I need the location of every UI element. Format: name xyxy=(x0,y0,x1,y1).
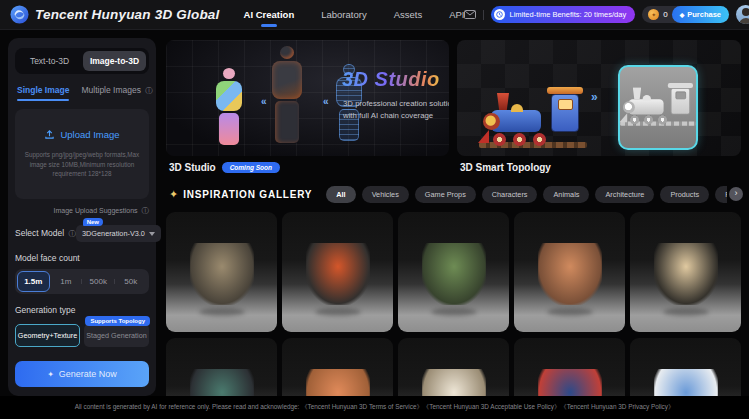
nav-api[interactable]: API xyxy=(449,0,464,30)
filter-animals[interactable]: Animals xyxy=(543,186,589,203)
sparkles-icon: ✦ xyxy=(169,188,178,201)
benefits-pill[interactable]: Limited-time Benefits: 20 times/day xyxy=(491,6,635,23)
tab-image-to-3d[interactable]: Image-to-3D xyxy=(83,51,146,71)
topology-preview-box xyxy=(618,65,698,150)
filter-game-props[interactable]: Game Props xyxy=(415,186,476,203)
diamond-icon: ◆ xyxy=(680,11,685,18)
filter-characters[interactable]: Characters xyxy=(482,186,538,203)
generation-type-options: Supports Topology Geometry+Texture Stage… xyxy=(15,324,149,347)
generate-label: Generate Now xyxy=(59,369,117,379)
mail-icon[interactable] xyxy=(464,10,476,19)
gallery-item-green-mech[interactable] xyxy=(398,212,509,332)
filter-vehicles[interactable]: Vehicles xyxy=(362,186,409,203)
suggestions-label: Image Upload Suggestions xyxy=(53,207,137,214)
studio-label: 3D Studio xyxy=(169,162,216,173)
gallery-item-mechanical-crab[interactable] xyxy=(630,212,741,332)
caret-down-icon xyxy=(149,232,155,236)
purchase-label: Purchase xyxy=(687,10,721,19)
coming-soon-badge: Coming Soon xyxy=(222,162,280,173)
select-model-label: Select Model ⓘ xyxy=(15,228,76,239)
generate-now-button[interactable]: ✦ Generate Now xyxy=(15,361,149,387)
promo-labels: 3D Studio Coming Soon 3D Smart Topology xyxy=(166,162,741,173)
model-thumbnail xyxy=(190,243,254,305)
top-bar: Tencent Hunyuan 3D Global AI Creation La… xyxy=(0,0,749,30)
upload-cta: Upload Image xyxy=(44,129,119,140)
generation-type-label: Generation type xyxy=(15,305,149,315)
filter-architecture[interactable]: Architecture xyxy=(595,186,654,203)
coin-icon: ✦ xyxy=(648,9,659,20)
sparkle-icon: ✦ xyxy=(47,370,54,379)
purchase-button[interactable]: ◆ Purchase xyxy=(672,6,729,23)
nav-laboratory[interactable]: Laboratory xyxy=(321,0,366,30)
promo-3d-studio[interactable]: « « 3D Studio 3D professional creation s… xyxy=(166,40,449,156)
user-avatar[interactable] xyxy=(736,5,749,24)
studio-title: 3D Studio xyxy=(342,68,440,91)
app-root: Tencent Hunyuan 3D Global AI Creation La… xyxy=(0,0,749,419)
upload-hint: Supports png/jpg/jpeg/webp formats,Max i… xyxy=(15,150,149,179)
gallery-item-lava-axe[interactable] xyxy=(282,212,393,332)
nav-label: API xyxy=(449,9,464,20)
divider xyxy=(483,10,484,20)
face-count-1m[interactable]: 1m xyxy=(50,271,83,292)
tab-text-to-3d[interactable]: Text-to-3D xyxy=(18,51,81,71)
nav-label: Assets xyxy=(394,9,423,20)
gallery-header: ✦ INSPIRATION GALLERY All Vehicles Game … xyxy=(166,184,741,204)
upload-icon xyxy=(44,129,55,140)
main-nav: AI Creation Laboratory Assets API xyxy=(244,0,465,30)
new-badge: New xyxy=(83,218,103,226)
main-content: « « 3D Studio 3D professional creation s… xyxy=(166,40,741,419)
supports-topology-badge: Supports Topology xyxy=(85,316,150,326)
info-icon: ⓘ xyxy=(69,229,77,238)
studio-description: 3D professional creation solution with f… xyxy=(343,98,449,121)
filter-products[interactable]: Products xyxy=(660,186,709,203)
nav-assets[interactable]: Assets xyxy=(394,0,423,30)
info-icon: ⓘ xyxy=(142,206,150,215)
double-left-chevron-icon: « xyxy=(323,96,329,107)
credit-count: 0 xyxy=(663,10,667,19)
upload-label: Upload Image xyxy=(60,129,119,140)
filter-all[interactable]: All xyxy=(326,186,355,203)
armored-figure xyxy=(272,46,302,143)
model-thumbnail xyxy=(538,243,602,305)
model-select-value: 3DGeneration-V3.0 xyxy=(82,229,145,238)
promo-row: « « 3D Studio 3D professional creation s… xyxy=(166,40,741,156)
promo-3d-smart-topology[interactable]: » xyxy=(457,40,741,156)
filters-scroll-right-button[interactable]: › xyxy=(729,187,743,201)
filter-plants[interactable]: Plants xyxy=(715,186,727,203)
sidebar-panel: Text-to-3D Image-to-3D Single Image Mult… xyxy=(8,38,156,396)
face-count-50k[interactable]: 50k xyxy=(115,271,148,292)
double-left-chevron-icon: « xyxy=(261,96,267,107)
brand[interactable]: Tencent Hunyuan 3D Global xyxy=(10,5,220,24)
brand-title: Tencent Hunyuan 3D Global xyxy=(35,7,220,22)
option-geometry-texture[interactable]: Geometry+Texture xyxy=(15,324,80,347)
footer-disclaimer: All content is generated by AI for refer… xyxy=(0,396,749,419)
tab-multiple-images[interactable]: Multiple Images ⓘ xyxy=(81,85,152,101)
gallery-filters: All Vehicles Game Props Characters Anima… xyxy=(326,186,727,203)
nav-ai-creation[interactable]: AI Creation xyxy=(244,0,295,30)
tab-single-image[interactable]: Single Image xyxy=(17,85,69,101)
face-count-500k[interactable]: 500k xyxy=(82,271,115,292)
face-count-segment: 1.5m 1m 500k 50k xyxy=(15,269,149,294)
model-select-dropdown[interactable]: 3DGeneration-V3.0 xyxy=(76,225,161,242)
model-thumbnail xyxy=(422,243,486,305)
upload-dropzone[interactable]: Upload Image Supports png/jpg/jpeg/webp … xyxy=(15,109,149,199)
benefits-label: Limited-time Benefits: 20 times/day xyxy=(509,10,626,19)
nav-label: Laboratory xyxy=(321,9,366,20)
upload-suggestions-link[interactable]: Image Upload Suggestions ⓘ xyxy=(15,206,149,216)
info-icon: ⓘ xyxy=(145,86,153,95)
double-right-chevron-icon: » xyxy=(591,90,598,104)
gallery-item-steampunk-fish[interactable] xyxy=(166,212,277,332)
credits-widget[interactable]: ✦ 0 ◆ Purchase xyxy=(642,6,729,23)
select-model-row: New Select Model ⓘ 3DGeneration-V3.0 xyxy=(15,225,149,242)
option-staged-generation[interactable]: Staged Generation xyxy=(84,324,149,347)
active-tab-underline xyxy=(261,24,277,27)
image-mode-tabs: Single Image Multiple Images ⓘ xyxy=(15,85,149,101)
gallery-item-steampunk-creature[interactable] xyxy=(514,212,625,332)
hunyuan-logo-icon xyxy=(10,5,29,24)
gallery-title: INSPIRATION GALLERY xyxy=(183,189,312,200)
face-count-1-5m[interactable]: 1.5m xyxy=(17,271,50,292)
disclaimer-text: All content is generated by AI for refer… xyxy=(75,403,675,412)
gallery-grid xyxy=(166,212,741,419)
face-count-label: Model face count xyxy=(15,253,149,263)
mode-tab-switcher: Text-to-3D Image-to-3D xyxy=(15,48,149,74)
